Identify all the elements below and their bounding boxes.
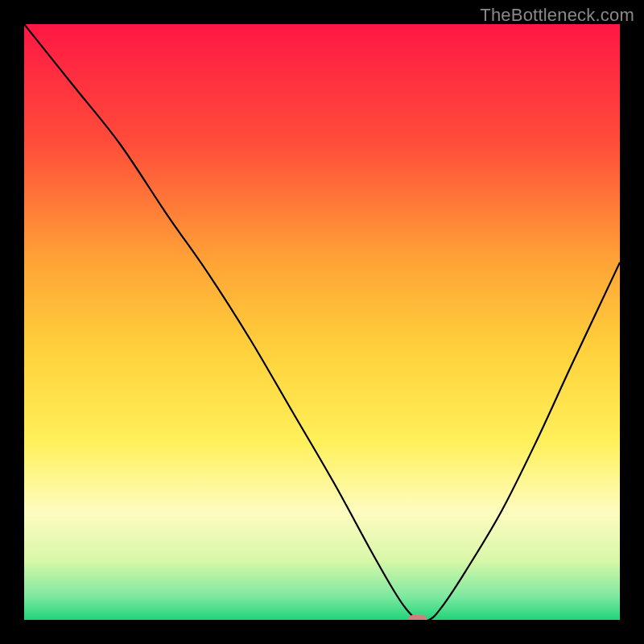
- plot-area: [24, 24, 620, 620]
- chart-container: TheBottleneck.com: [0, 0, 644, 644]
- gradient-background: [24, 24, 620, 620]
- chart-svg: [24, 24, 620, 620]
- optimal-point-marker: [408, 615, 427, 620]
- watermark-label: TheBottleneck.com: [480, 5, 634, 26]
